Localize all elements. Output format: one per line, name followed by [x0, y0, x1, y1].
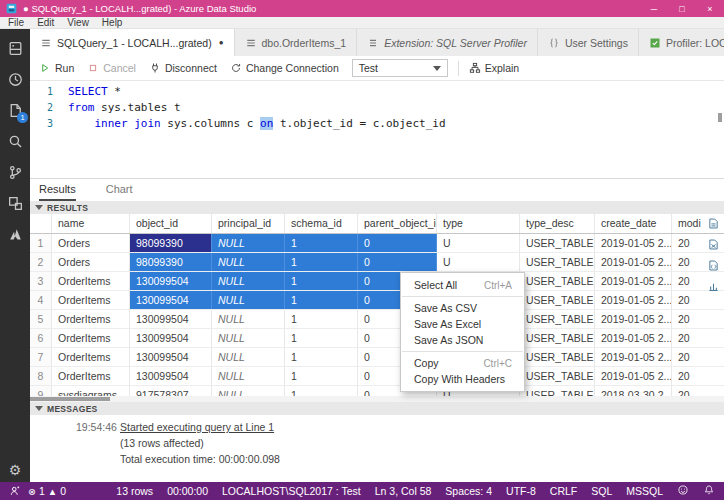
panel-tab-chart[interactable]: Chart — [106, 179, 133, 201]
user-status-icon[interactable] — [9, 485, 21, 497]
scrollbar-thumb[interactable] — [30, 397, 110, 401]
grid-cell[interactable]: 3 — [30, 272, 52, 290]
grid-cell[interactable]: 917578307 — [130, 386, 212, 396]
grid-cell[interactable]: 1 — [285, 291, 358, 309]
grid-cell[interactable]: 8 — [30, 367, 52, 385]
grid-cell[interactable]: 130099504 — [130, 329, 212, 347]
grid-cell[interactable]: 130099504 — [130, 272, 212, 290]
grid-cell[interactable]: 2019-01-05 2... — [595, 234, 672, 252]
activity-extensions[interactable] — [2, 189, 28, 218]
disconnect-button[interactable]: Disconnect — [149, 62, 217, 74]
activity-settings[interactable]: ⚙ — [9, 462, 22, 478]
menu-help[interactable]: Help — [102, 17, 123, 29]
context-menu-item-save-as-excel[interactable]: Save As Excel — [401, 316, 524, 332]
grid-cell[interactable]: 98099390 — [130, 234, 212, 252]
grid-cell[interactable]: USER_TABLE — [520, 367, 595, 385]
messages-section-header[interactable]: MESSAGES — [30, 402, 724, 415]
grid-cell[interactable]: OrderItems — [52, 367, 130, 385]
context-menu-item-save-as-json[interactable]: Save As JSON — [401, 332, 524, 348]
save-as-excel-button[interactable] — [707, 237, 720, 255]
activity-explorer[interactable]: 1 — [2, 96, 28, 125]
grid-cell[interactable]: 20 — [672, 329, 724, 347]
grid-cell[interactable]: USER_TABLE — [520, 253, 595, 271]
close-button[interactable]: × — [696, 0, 724, 17]
grid-cell[interactable]: 2019-01-05 2... — [595, 329, 672, 347]
grid-cell[interactable]: U — [437, 234, 520, 252]
column-header-rownum[interactable] — [30, 214, 52, 233]
maximize-button[interactable]: □ — [668, 0, 696, 17]
grid-cell[interactable]: Orders — [52, 253, 130, 271]
grid-cell[interactable]: NULL — [212, 272, 285, 290]
tab-1[interactable]: SQLQuery_1 - LOCALH...grated)● — [30, 29, 235, 56]
menu-edit[interactable]: Edit — [37, 17, 54, 29]
explain-button[interactable]: Explain — [469, 62, 519, 74]
activity-task-history[interactable] — [2, 65, 28, 94]
status-connection[interactable]: LOCALHOST\SQL2017 : Test — [222, 485, 361, 497]
grid-cell[interactable]: USER_TABLE — [520, 291, 595, 309]
run-button[interactable]: Run — [39, 62, 74, 74]
column-header-create_date[interactable]: create_date — [595, 214, 672, 233]
grid-cell[interactable]: OrderItems — [52, 291, 130, 309]
results-section-header[interactable]: RESULTS — [30, 201, 724, 214]
grid-cell[interactable]: 130099504 — [130, 367, 212, 385]
status-cursor-position[interactable]: Ln 3, Col 58 — [375, 485, 432, 497]
grid-cell[interactable]: sysdiagrams — [52, 386, 130, 396]
grid-cell[interactable]: NULL — [212, 253, 285, 271]
status-encoding[interactable]: UTF-8 — [506, 485, 536, 497]
grid-cell[interactable]: OrderItems — [52, 329, 130, 347]
grid-cell[interactable]: 1 — [285, 272, 358, 290]
context-menu-item-select-all[interactable]: Select AllCtrl+A — [401, 277, 524, 293]
menu-view[interactable]: View — [67, 17, 89, 29]
problems-indicator[interactable]: ⊗ 1 ▲ 0 — [28, 485, 66, 497]
grid-cell[interactable]: 1 — [30, 234, 52, 252]
tab-5[interactable]: Profiler: LOCALHOST\SQL2017● — [639, 29, 724, 56]
grid-cell[interactable]: NULL — [212, 234, 285, 252]
grid-cell[interactable]: USER_TABLE — [520, 386, 595, 396]
grid-cell[interactable]: USER_TABLE — [520, 272, 595, 290]
grid-cell[interactable]: 1 — [285, 329, 358, 347]
activity-azure[interactable] — [2, 220, 28, 249]
grid-cell[interactable]: OrderItems — [52, 272, 130, 290]
grid-cell[interactable]: 0 — [358, 234, 437, 252]
grid-cell[interactable]: U — [437, 253, 520, 271]
grid-cell[interactable]: 1 — [285, 234, 358, 252]
grid-cell[interactable]: NULL — [212, 291, 285, 309]
column-header-object_id[interactable]: object_id — [130, 214, 212, 233]
grid-cell[interactable]: USER_TABLE — [520, 310, 595, 328]
grid-cell[interactable]: OrderItems — [52, 348, 130, 366]
grid-cell[interactable]: USER_TABLE — [520, 234, 595, 252]
change-connection-button[interactable]: Change Connection — [230, 62, 339, 74]
column-header-name[interactable]: name — [52, 214, 130, 233]
grid-cell[interactable]: OrderItems — [52, 310, 130, 328]
tab-2[interactable]: dbo.OrderItems_1 — [235, 29, 358, 56]
grid-cell[interactable]: NULL — [212, 329, 285, 347]
message-link[interactable]: Started executing query at Line 1 — [120, 419, 274, 435]
smiley-button[interactable] — [677, 484, 689, 498]
grid-cell[interactable]: 2019-01-05 2... — [595, 367, 672, 385]
grid-cell[interactable]: 6 — [30, 329, 52, 347]
tab-3[interactable]: Extension: SQL Server Profiler — [357, 29, 538, 56]
status-query-elapsed-time[interactable]: 00:00:00 — [167, 485, 208, 497]
panel-tab-results[interactable]: Results — [39, 179, 76, 201]
grid-cell[interactable]: 0 — [358, 253, 437, 271]
grid-cell[interactable]: Orders — [52, 234, 130, 252]
minimize-button[interactable]: ─ — [640, 0, 668, 17]
grid-cell[interactable]: 2 — [30, 253, 52, 271]
grid-cell[interactable]: 5 — [30, 310, 52, 328]
status-provider[interactable]: MSSQL — [626, 485, 663, 497]
status-indentation[interactable]: Spaces: 4 — [445, 485, 492, 497]
column-header-principal_id[interactable]: principal_id — [212, 214, 285, 233]
tab-4[interactable]: User Settings — [538, 29, 639, 56]
bell-button[interactable] — [703, 484, 715, 498]
context-menu-item-save-as-csv[interactable]: Save As CSV — [401, 300, 524, 316]
grid-cell[interactable]: 2018-03-30 2... — [595, 386, 672, 396]
grid-cell[interactable]: NULL — [212, 310, 285, 328]
grid-cell[interactable]: 2019-01-05 2... — [595, 272, 672, 290]
grid-cell[interactable]: 2019-01-05 2... — [595, 253, 672, 271]
grid-cell[interactable]: 9 — [30, 386, 52, 396]
grid-cell[interactable]: 2019-01-05 2... — [595, 291, 672, 309]
grid-cell[interactable]: 1 — [285, 310, 358, 328]
grid-cell[interactable]: 130099504 — [130, 348, 212, 366]
grid-cell[interactable]: 2019-01-05 2... — [595, 348, 672, 366]
save-as-csv-button[interactable] — [707, 216, 720, 234]
